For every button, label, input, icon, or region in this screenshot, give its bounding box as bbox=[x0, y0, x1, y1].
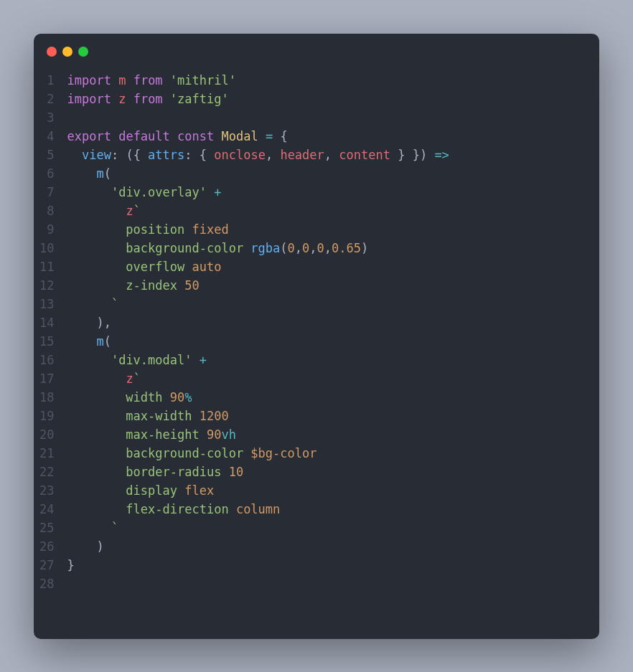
token: + bbox=[200, 353, 207, 367]
token: 1200 bbox=[200, 409, 229, 423]
token: default bbox=[118, 129, 170, 143]
token: } }) bbox=[390, 148, 434, 162]
token bbox=[67, 185, 111, 199]
code-line[interactable]: position fixed bbox=[67, 220, 599, 239]
code-line[interactable]: border-radius 10 bbox=[67, 463, 599, 481]
token: width bbox=[67, 390, 169, 404]
code-line[interactable]: 'div.overlay' + bbox=[67, 183, 599, 202]
token: z bbox=[126, 204, 133, 218]
line-number: 5 bbox=[39, 146, 54, 164]
token bbox=[67, 166, 96, 181]
token: const bbox=[177, 129, 214, 143]
token: 90 bbox=[170, 390, 184, 404]
token: 'div.overlay' bbox=[111, 185, 207, 199]
code-line[interactable]: view: ({ attrs: { onclose, header, conte… bbox=[67, 146, 599, 164]
token: import bbox=[67, 73, 111, 87]
code-line[interactable]: max-width 1200 bbox=[67, 407, 599, 425]
line-number: 12 bbox=[39, 276, 54, 295]
token: overflow bbox=[67, 260, 192, 274]
token: ` bbox=[133, 204, 141, 218]
code-line[interactable]: display flex bbox=[67, 481, 599, 500]
line-number: 6 bbox=[39, 164, 54, 183]
code-line[interactable]: flex-direction column bbox=[67, 500, 599, 519]
code-line[interactable]: ), bbox=[67, 313, 599, 332]
close-icon[interactable] bbox=[47, 47, 57, 57]
token: flex bbox=[184, 483, 214, 498]
token: view bbox=[82, 148, 111, 162]
token: header bbox=[280, 148, 324, 162]
code-content[interactable]: import m from 'mithril'import z from 'za… bbox=[67, 71, 599, 593]
line-number: 19 bbox=[39, 407, 54, 425]
token: display bbox=[67, 483, 184, 498]
token bbox=[214, 129, 221, 143]
code-line[interactable]: } bbox=[67, 556, 599, 574]
line-number: 25 bbox=[39, 519, 54, 537]
code-line[interactable]: 'div.modal' + bbox=[67, 351, 599, 369]
token: max-width bbox=[67, 409, 199, 423]
code-line[interactable]: ` bbox=[67, 295, 599, 313]
line-number: 8 bbox=[39, 202, 54, 220]
token: 10 bbox=[229, 465, 243, 479]
line-number: 1 bbox=[39, 71, 54, 90]
code-line[interactable]: m( bbox=[67, 332, 599, 351]
token: 0.65 bbox=[332, 241, 361, 255]
token: , bbox=[295, 241, 302, 255]
code-line[interactable]: ) bbox=[67, 537, 599, 556]
token: + bbox=[214, 185, 221, 199]
token: z bbox=[118, 92, 126, 106]
token: , bbox=[324, 148, 339, 162]
code-editor[interactable]: 1234567891011121314151617181920212223242… bbox=[34, 64, 599, 607]
code-line[interactable]: m( bbox=[67, 164, 599, 183]
token: ( bbox=[104, 166, 111, 181]
line-number: 4 bbox=[39, 127, 54, 146]
token: content bbox=[339, 148, 390, 162]
code-line[interactable] bbox=[67, 574, 599, 593]
code-line[interactable]: z` bbox=[67, 369, 599, 388]
token: 90 bbox=[207, 427, 221, 442]
token: position bbox=[67, 222, 192, 237]
token: from bbox=[133, 92, 163, 106]
code-line[interactable]: background-color $bg-color bbox=[67, 444, 599, 463]
token: ` bbox=[111, 297, 118, 311]
token: => bbox=[434, 148, 449, 162]
line-number: 21 bbox=[39, 444, 54, 463]
code-line[interactable]: background-color rgba(0,0,0,0.65) bbox=[67, 239, 599, 257]
token: $bg-color bbox=[250, 446, 316, 460]
code-line[interactable]: width 90% bbox=[67, 388, 599, 407]
token bbox=[163, 92, 170, 106]
code-line[interactable]: z` bbox=[67, 202, 599, 220]
line-number: 9 bbox=[39, 220, 54, 239]
line-number: 23 bbox=[39, 481, 54, 500]
token: : ({ bbox=[111, 148, 148, 162]
line-number: 22 bbox=[39, 463, 54, 481]
code-line[interactable]: ` bbox=[67, 519, 599, 537]
token: m bbox=[96, 334, 103, 349]
token bbox=[67, 148, 81, 162]
token: , bbox=[309, 241, 316, 255]
line-number: 11 bbox=[39, 257, 54, 276]
line-number: 26 bbox=[39, 537, 54, 556]
code-line[interactable]: max-height 90vh bbox=[67, 425, 599, 444]
token: 'zaftig' bbox=[170, 92, 229, 106]
token bbox=[67, 204, 126, 218]
code-line[interactable]: z-index 50 bbox=[67, 276, 599, 295]
code-line[interactable]: overflow auto bbox=[67, 257, 599, 276]
minimize-icon[interactable] bbox=[62, 47, 72, 57]
line-number: 18 bbox=[39, 388, 54, 407]
code-line[interactable] bbox=[67, 108, 599, 127]
token: z bbox=[126, 372, 133, 386]
editor-window: 1234567891011121314151617181920212223242… bbox=[34, 34, 599, 639]
token: vh bbox=[221, 427, 235, 442]
token: column bbox=[236, 502, 280, 516]
line-number: 17 bbox=[39, 369, 54, 388]
token: ) bbox=[67, 539, 103, 554]
line-number: 10 bbox=[39, 239, 54, 257]
token bbox=[67, 521, 111, 535]
code-line[interactable]: import z from 'zaftig' bbox=[67, 90, 599, 108]
token: , bbox=[324, 241, 332, 255]
token: ) bbox=[361, 241, 368, 255]
maximize-icon[interactable] bbox=[78, 47, 88, 57]
code-line[interactable]: export default const Modal = { bbox=[67, 127, 599, 146]
token: onclose bbox=[214, 148, 266, 162]
code-line[interactable]: import m from 'mithril' bbox=[67, 71, 599, 90]
